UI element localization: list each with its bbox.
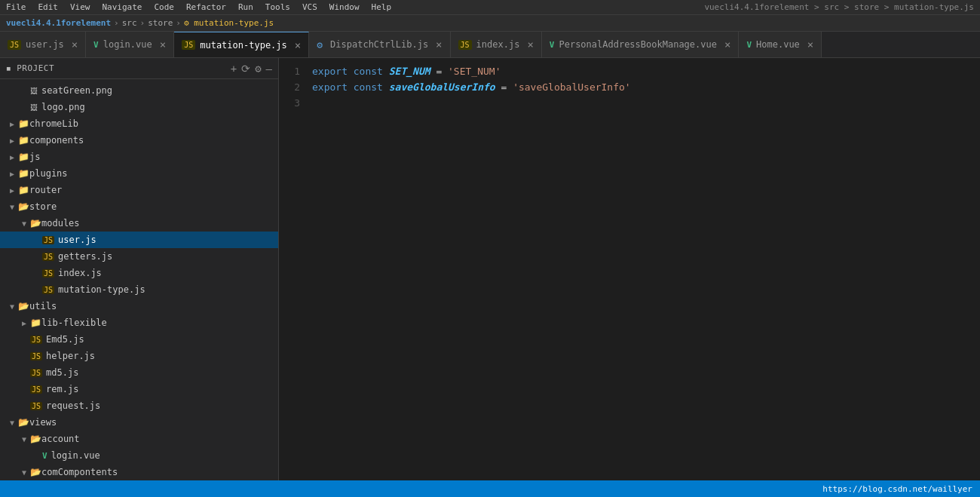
close-icon[interactable]: × (807, 38, 813, 51)
file-label: index.js (58, 268, 102, 278)
sidebar-item-components[interactable]: ▶ 📁 components (0, 132, 278, 149)
menu-window[interactable]: Window (329, 2, 360, 12)
sidebar: ◾ Project + ⟳ ⚙ — 🖼 seatGreen.png 🖼 (0, 58, 279, 480)
tab-mutation-type-js[interactable]: JS mutation-type.js × (174, 32, 309, 57)
folder-label: js (29, 152, 40, 162)
menu-code[interactable]: Code (154, 2, 174, 12)
folder-icon: 📁 (30, 318, 41, 328)
sidebar-item-rem-js[interactable]: JS rem.js (0, 381, 278, 397)
tab-personal-address[interactable]: V PersonalAddressBookManage.vue × (542, 32, 740, 57)
close-icon[interactable]: × (72, 38, 78, 51)
sidebar-item-emd5-js[interactable]: JS Emd5.js (0, 331, 278, 348)
vue-icon: V (746, 40, 752, 50)
expand-icon: ▼ (18, 435, 30, 443)
expand-icon: ▶ (6, 137, 18, 145)
breadcrumb-project[interactable]: vuecli4.4.1forelement (6, 18, 111, 28)
expand-icon: ▶ (6, 120, 18, 128)
tab-user-js[interactable]: JS user.js × (0, 32, 86, 57)
folder-label: account (41, 434, 80, 444)
menu-vcs[interactable]: VCS (302, 2, 317, 12)
sidebar-item-plugins[interactable]: ▶ 📁 plugins (0, 165, 278, 182)
sidebar-item-lib-flexible[interactable]: ▶ 📁 lib-flexible (0, 314, 278, 331)
breadcrumb-src[interactable]: src (122, 18, 137, 28)
tab-index-js[interactable]: JS index.js × (451, 32, 542, 57)
file-label: seatGreen.png (41, 85, 112, 96)
sync-icon[interactable]: ⟳ (241, 63, 250, 75)
tree-item-logo-png[interactable]: 🖼 logo.png (0, 99, 278, 115)
line-number: 2 (279, 80, 300, 96)
tab-login-vue[interactable]: V login.vue × (86, 32, 174, 57)
breadcrumb-file[interactable]: ⚙ mutation-type.js (184, 18, 274, 28)
close-icon[interactable]: × (527, 38, 533, 51)
js-file-icon: JS (30, 385, 42, 394)
file-label: getters.js (58, 251, 112, 262)
tab-label: PersonalAddressBookManage.vue (559, 39, 717, 50)
file-label: helper.js (46, 351, 95, 361)
sidebar-item-request-js[interactable]: JS request.js (0, 397, 278, 414)
code-line-1: export const SET_NUM = 'SET_NUM' (309, 64, 980, 80)
sidebar-item-utils[interactable]: ▼ 📂 utils (0, 298, 278, 314)
tree-item-seatgreen-png[interactable]: 🖼 seatGreen.png (0, 82, 278, 99)
close-icon[interactable]: × (295, 39, 301, 51)
folder-icon: 📁 (18, 118, 29, 129)
tab-label: DispatchCtrlLib.js (330, 39, 428, 50)
menu-refactor[interactable]: Refactor (186, 2, 226, 12)
sidebar-item-user-js[interactable]: JS user.js (0, 232, 278, 248)
settings-icon[interactable]: ⚙ (255, 63, 261, 75)
sidebar-tree: 🖼 seatGreen.png 🖼 logo.png ▶ 📁 chromeLib… (0, 79, 278, 480)
tab-home-vue[interactable]: V Home.vue × (739, 32, 822, 57)
menu-view[interactable]: View (70, 2, 90, 12)
expand-icon: ▼ (6, 203, 18, 211)
tab-dispatch-ctrl-lib-js[interactable]: ⚙ DispatchCtrlLib.js × (309, 32, 450, 57)
code-line-2: export const saveGlobalUserInfo = 'saveG… (309, 80, 980, 96)
add-icon[interactable]: + (231, 63, 237, 75)
status-url: https://blog.csdn.net/waillyer (822, 484, 972, 494)
tab-label: mutation-type.js (200, 40, 287, 51)
close-icon[interactable]: × (436, 38, 442, 51)
expand-icon: ▶ (6, 186, 18, 195)
sidebar-item-getters-js[interactable]: JS getters.js (0, 248, 278, 265)
folder-icon: 📁 (18, 152, 29, 162)
menu-run[interactable]: Run (238, 2, 253, 12)
sidebar-item-modules[interactable]: ▼ 📂 modules (0, 215, 278, 232)
editor-content[interactable]: 1 2 3 export const SET_NUM = 'SET_NUM' e… (279, 58, 980, 480)
sidebar-item-store[interactable]: ▼ 📂 store (0, 198, 278, 215)
sidebar-item-js[interactable]: ▶ 📁 js (0, 149, 278, 165)
sidebar-item-account[interactable]: ▼ 📂 account (0, 431, 278, 447)
sidebar-item-helper-js[interactable]: JS helper.js (0, 348, 278, 364)
js-file-icon: JS (42, 269, 54, 278)
file-label: rem.js (46, 384, 78, 394)
breadcrumb-store[interactable]: store (148, 18, 173, 28)
sidebar-item-views[interactable]: ▼ 📂 views (0, 414, 278, 431)
sidebar-item-md5-js[interactable]: JS md5.js (0, 364, 278, 381)
file-icon: 🖼 (30, 103, 38, 112)
folder-open-icon: 📂 (18, 301, 29, 311)
menu-help[interactable]: Help (372, 2, 392, 12)
js-icon: ⚙ (317, 39, 323, 51)
menu-edit[interactable]: Edit (38, 2, 59, 12)
code-lines[interactable]: export const SET_NUM = 'SET_NUM' export … (309, 64, 980, 480)
folder-label: lib-flexible (41, 318, 107, 328)
sidebar-item-router[interactable]: ▶ 📁 router (0, 182, 278, 198)
file-label: Emd5.js (46, 334, 84, 345)
menu-tools[interactable]: Tools (265, 2, 290, 12)
js-icon: JS (8, 40, 21, 50)
menu-navigate[interactable]: Navigate (103, 2, 142, 12)
expand-icon: ▼ (18, 219, 30, 228)
folder-icon: 📁 (18, 135, 29, 146)
expand-icon: ▼ (6, 419, 18, 427)
search-hint: vuecli4.4.1forelement > src > store > mu… (704, 2, 974, 12)
close-icon[interactable]: × (160, 38, 166, 51)
sidebar-item-chromelib[interactable]: ▶ 📁 chromeLib (0, 115, 278, 132)
sidebar-item-mutation-type-js[interactable]: JS mutation-type.js (0, 281, 278, 298)
sidebar-item-comcompontents[interactable]: ▼ 📂 comCompontents (0, 464, 278, 480)
js-file-icon: JS (30, 336, 42, 344)
sidebar-item-login-vue[interactable]: V login.vue (0, 447, 278, 464)
folder-open-icon: 📂 (30, 467, 41, 477)
menu-file[interactable]: File (6, 2, 26, 12)
line-number: 3 (279, 96, 300, 112)
sidebar-item-index-js[interactable]: JS index.js (0, 265, 278, 281)
minimize-icon[interactable]: — (266, 63, 272, 75)
close-icon[interactable]: × (724, 38, 730, 51)
folder-label: store (29, 201, 57, 212)
